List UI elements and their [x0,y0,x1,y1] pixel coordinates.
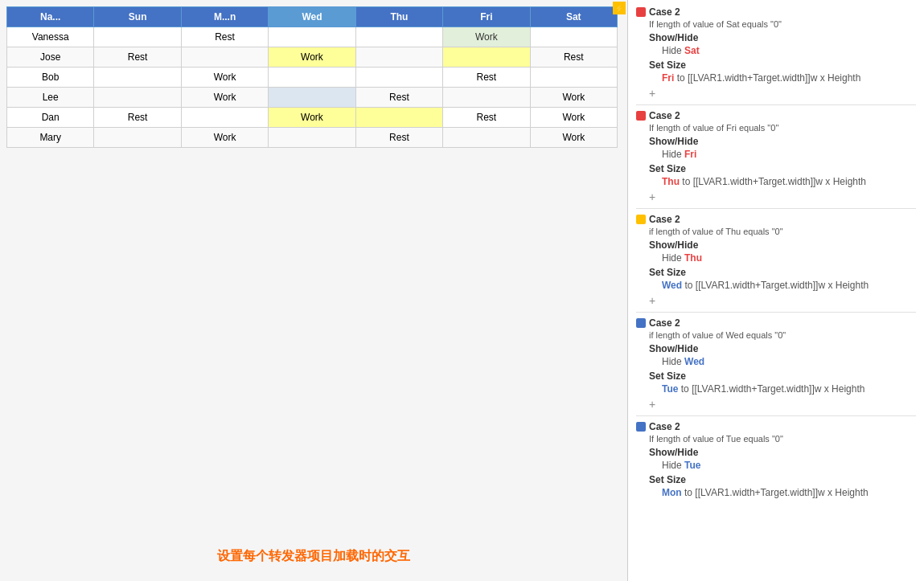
action-setsize-label: Set Size [649,370,916,382]
cell-fri [443,128,530,148]
action-setsize-label: Set Size [649,59,916,71]
case-block-wed: Case 2 if length of value of Wed equals … [636,317,916,411]
action-showhide-label: Show/Hide [649,447,916,458]
add-action-btn-wed[interactable]: + [649,398,916,411]
action-setsize-label: Set Size [649,163,916,174]
table-row: Mary Work Rest Work [7,128,618,148]
case-header-fri: Case 2 [636,110,916,121]
case-block-tue: Case 2 If length of value of Tue equals … [636,421,916,498]
cell-sun [94,88,181,108]
action-showhide-detail: Hide Wed [662,356,916,367]
action-showhide-detail: Hide Sat [662,45,916,56]
col-header-sun: Sun [94,7,181,27]
action-showhide-detail: Hide Tue [662,460,916,471]
cell-name: Bob [7,68,94,88]
action-setsize-label: Set Size [649,267,916,278]
table-row: Vanessa Rest Work [7,27,618,47]
table-row: Dan Rest Work Rest Work [7,108,618,128]
cell-fri [443,88,530,108]
cell-thu: Rest [355,128,442,148]
cell-mon [181,108,268,128]
cell-fri: Rest [443,68,530,88]
right-panel[interactable]: Case 2 If length of value of Sat equals … [627,0,924,581]
action-setsize-detail: Wed to [[LVAR1.width+Target.width]]w x H… [662,280,916,291]
action-showhide-detail: Hide Thu [662,252,916,264]
action-showhide-label: Show/Hide [649,239,916,251]
cell-mon: Rest [181,27,268,47]
left-panel: ⚡ Na... Sun M...n Wed Thu Fri Sat Vaness… [0,0,627,581]
action-setsize-detail: Tue to [[LVAR1.width+Target.width]]w x H… [662,383,916,395]
cell-wed: Work [269,47,355,68]
cell-wed [269,88,355,108]
action-showhide-detail: Hide Fri [662,149,916,160]
case-condition-sat: If length of value of Sat equals "0" [649,19,916,29]
add-action-btn-fri[interactable]: + [649,190,916,203]
action-setsize-detail: Mon to [[LVAR1.width+Target.width]]w x H… [662,487,916,498]
cell-sat [530,27,617,47]
case-dot-red [636,111,646,121]
case-header-wed: Case 2 [636,317,916,329]
cell-mon: Work [181,68,268,88]
case-label: Case 2 [649,421,680,432]
cell-thu: Rest [355,88,442,108]
case-block-sat: Case 2 If length of value of Sat equals … [636,6,916,100]
action-setsize-detail: Fri to [[LVAR1.width+Target.width]]w x H… [662,72,916,84]
cell-thu [355,47,442,68]
action-showhide-label: Show/Hide [649,32,916,43]
action-showhide-label: Show/Hide [649,136,916,147]
cell-wed [269,27,355,47]
cell-name: Jose [7,47,94,68]
add-action-btn-thu[interactable]: + [649,294,916,307]
cell-name: Mary [7,128,94,148]
action-showhide-label: Show/Hide [649,343,916,354]
case-condition-thu: if length of value of Thu equals "0" [649,227,916,236]
cell-thu [355,108,442,128]
col-header-sat: Sat [530,7,617,27]
case-label: Case 2 [649,214,680,225]
case-label: Case 2 [649,110,680,121]
cell-wed [269,68,355,88]
cell-thu [355,27,442,47]
case-header-tue: Case 2 [636,421,916,432]
case-condition-wed: if length of value of Wed equals "0" [649,330,916,340]
cell-sat: Work [530,88,617,108]
col-header-mon: M...n [181,7,268,27]
col-header-fri: Fri [443,7,530,27]
case-dot-yellow [636,215,646,224]
cell-thu [355,68,442,88]
cell-mon [181,47,268,68]
schedule-table: Na... Sun M...n Wed Thu Fri Sat Vanessa … [6,6,618,148]
col-header-thu: Thu [355,7,442,27]
cell-name: Dan [7,108,94,128]
action-setsize-label: Set Size [649,474,916,485]
cell-wed: Work [269,108,355,128]
cell-name: Lee [7,88,94,108]
cell-wed [269,128,355,148]
case-block-fri: Case 2 If length of value of Fri equals … [636,110,916,203]
case-dot-red [636,7,646,17]
table-row: Bob Work Rest [7,68,618,88]
cell-sat: Rest [530,47,617,68]
cell-sat [530,68,617,88]
cell-mon: Work [181,88,268,108]
table-row: Jose Rest Work Rest [7,47,618,68]
case-dot-blue [636,422,646,432]
lightning-icon: ⚡ [613,2,626,14]
cell-sat: Work [530,108,617,128]
cell-fri [443,47,530,68]
col-header-wed: Wed [269,7,355,27]
case-condition-fri: If length of value of Fri equals "0" [649,123,916,133]
case-dot-blue [636,318,646,328]
cell-sun: Rest [94,108,181,128]
cell-sun [94,68,181,88]
cell-sun [94,128,181,148]
cell-fri: Rest [443,108,530,128]
case-label: Case 2 [649,6,680,18]
add-action-btn-sat[interactable]: + [649,87,916,100]
bottom-text: 设置每个转发器项目加载时的交互 [217,548,410,565]
case-label: Case 2 [649,317,680,329]
cell-fri: Work [443,27,530,47]
col-header-name: Na... [7,7,94,27]
cell-mon: Work [181,128,268,148]
cell-name: Vanessa [7,27,94,47]
